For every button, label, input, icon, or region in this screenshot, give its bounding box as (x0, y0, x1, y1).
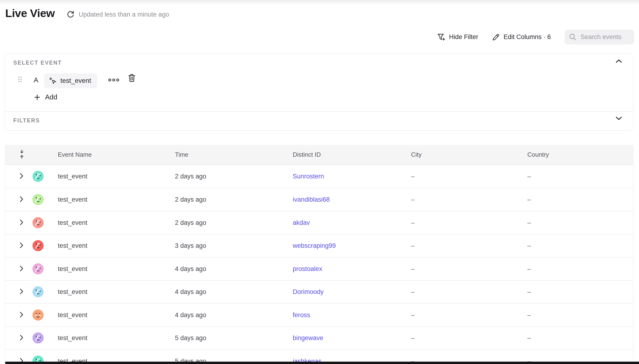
panel-divider (5, 111, 633, 112)
event-name-cell: test_event (58, 242, 87, 250)
distinct-id-link[interactable]: bingewave (293, 334, 323, 342)
country-cell: – (527, 311, 531, 318)
table-row: test_event 2 days ago ivandiblasi68 – – (5, 188, 633, 211)
more-options-button[interactable] (108, 78, 119, 82)
hide-filter-label: Hide Filter (449, 33, 478, 41)
chevron-right-icon (20, 288, 23, 294)
add-label: Add (45, 93, 57, 101)
filters-label: FILTERS (13, 118, 40, 124)
row-expander-button[interactable] (19, 264, 24, 273)
city-cell: – (411, 265, 414, 272)
user-avatar[interactable] (33, 309, 44, 320)
time-cell: 2 days ago (175, 172, 206, 180)
hide-filter-button[interactable]: Hide Filter (437, 33, 478, 42)
row-expander-button[interactable] (19, 334, 24, 342)
table-row: test_event 2 days ago Sunrostern – – (5, 165, 633, 188)
last-updated-text: Updated less than a minute ago (79, 11, 169, 18)
live-view-page: Live View Updated less than a minute ago… (0, 0, 639, 364)
column-header-distinct-id[interactable]: Distinct ID (293, 151, 321, 158)
collapse-select-event-button[interactable] (616, 59, 622, 64)
chevron-right-icon (20, 242, 23, 248)
row-expander-button[interactable] (19, 288, 24, 296)
top-edge-shadow (0, 0, 639, 5)
chevron-right-icon (20, 266, 23, 272)
table-row: test_event 4 days ago feross – – (5, 303, 633, 326)
clause-letter: A (34, 76, 38, 84)
country-cell: – (527, 242, 531, 250)
city-cell: – (411, 219, 414, 226)
user-avatar[interactable] (33, 240, 44, 251)
chevron-right-icon (20, 196, 23, 202)
refresh-icon (66, 10, 75, 19)
add-event-button[interactable]: Add (34, 93, 57, 101)
refresh-button[interactable] (66, 10, 75, 20)
chevron-up-icon (616, 59, 622, 63)
pencil-icon (492, 33, 500, 41)
user-avatar[interactable] (33, 194, 44, 205)
drag-handle[interactable] (18, 76, 22, 83)
user-avatar[interactable] (33, 263, 44, 274)
distinct-id-link[interactable]: prostoalex (293, 265, 322, 272)
country-cell: – (527, 172, 531, 180)
distinct-id-link[interactable]: webscraping99 (293, 242, 336, 250)
time-cell: 3 days ago (175, 242, 206, 250)
toolbar: Hide Filter Edit Columns · 6 (437, 30, 634, 44)
chevron-right-icon (20, 220, 23, 225)
country-cell: – (527, 196, 531, 203)
user-avatar[interactable] (33, 171, 44, 182)
event-name-cell: test_event (58, 288, 87, 296)
collapse-vertical-icon (19, 150, 25, 159)
row-expander-button[interactable] (19, 311, 24, 319)
time-cell: 4 days ago (175, 288, 206, 296)
row-expander-button[interactable] (19, 242, 24, 250)
table-row: test_event 4 days ago Dorimoody – – (5, 280, 633, 304)
event-selector-chip[interactable]: test_event (44, 73, 97, 88)
collapse-all-rows-button[interactable] (19, 150, 25, 160)
event-name-cell: test_event (58, 334, 87, 342)
time-cell: 2 days ago (175, 219, 206, 226)
search-icon (569, 33, 577, 41)
country-cell: – (527, 288, 531, 296)
time-cell: 2 days ago (175, 196, 206, 203)
row-expander-button[interactable] (19, 172, 24, 180)
table-row: test_event 5 days ago bingewave – – (5, 326, 633, 350)
page-title: Live View (5, 7, 55, 20)
chevron-down-icon (616, 116, 622, 120)
time-cell: 5 days ago (175, 334, 206, 342)
city-cell: – (411, 311, 414, 318)
row-expander-button[interactable] (19, 195, 24, 204)
city-cell: – (411, 334, 414, 342)
country-cell: – (527, 334, 531, 342)
expand-filters-button[interactable] (616, 116, 622, 121)
chevron-right-icon (20, 312, 23, 318)
filter-plus-icon (437, 33, 445, 42)
delete-event-button[interactable] (127, 73, 136, 83)
city-cell: – (411, 288, 414, 296)
country-cell: – (527, 265, 531, 272)
plus-icon (34, 94, 41, 101)
city-cell: – (411, 242, 414, 250)
user-avatar[interactable] (33, 217, 44, 228)
distinct-id-link[interactable]: feross (293, 311, 310, 318)
row-expander-button[interactable] (19, 218, 24, 227)
distinct-id-link[interactable]: Sunrostern (293, 172, 324, 180)
column-header-country[interactable]: Country (527, 151, 549, 158)
column-header-time[interactable]: Time (175, 151, 188, 158)
table-row: test_event 2 days ago akdav – – (5, 211, 633, 234)
user-avatar[interactable] (33, 332, 44, 344)
distinct-id-link[interactable]: akdav (293, 219, 310, 226)
column-header-city[interactable]: City (411, 151, 422, 158)
bottom-screen-edge (5, 362, 639, 364)
city-cell: – (411, 172, 414, 180)
time-cell: 4 days ago (175, 311, 206, 318)
cursor-click-icon (49, 77, 57, 85)
column-header-event-name[interactable]: Event Name (58, 151, 92, 158)
edit-columns-label: Edit Columns · 6 (503, 33, 551, 41)
user-avatar[interactable] (33, 286, 44, 298)
distinct-id-link[interactable]: Dorimoody (293, 288, 324, 296)
edit-columns-button[interactable]: Edit Columns · 6 (492, 33, 551, 41)
table-row: test_event 4 days ago prostoalex – – (5, 257, 633, 280)
select-event-label: SELECT EVENT (13, 60, 62, 66)
search-input[interactable] (580, 33, 630, 41)
distinct-id-link[interactable]: ivandiblasi68 (293, 196, 330, 203)
